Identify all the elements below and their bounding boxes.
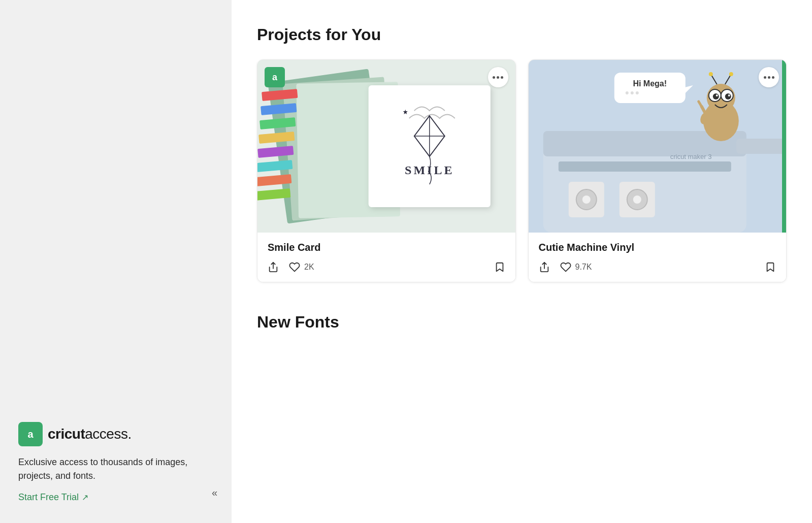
card-actions-smile: 2K [268, 262, 505, 273]
main-content: Projects for You [232, 0, 812, 523]
bookmark-button-smile[interactable] [494, 262, 505, 273]
three-dots-icon-cutie [764, 76, 774, 79]
sidebar: a cricut access . Exclusive access to th… [0, 0, 232, 523]
svg-point-42 [729, 72, 733, 76]
svg-text:SMILE: SMILE [405, 164, 454, 177]
projects-grid: SMILE a Smile Card [257, 59, 787, 282]
projects-section-title: Projects for You [257, 25, 787, 44]
share-button-cutie[interactable] [539, 262, 550, 273]
project-card: SMILE a Smile Card [257, 59, 516, 282]
card-image-smile: SMILE a [257, 60, 515, 233]
new-fonts-section-title: New Fonts [257, 313, 787, 332]
card-actions-cutie: 9.7K [539, 262, 776, 273]
heart-icon-cutie [560, 262, 571, 273]
smile-card-illustration: SMILE [257, 60, 515, 233]
svg-rect-46 [614, 73, 685, 103]
cricut-light-text: access [85, 427, 127, 441]
like-count-cutie: 9.7K [575, 263, 592, 272]
like-button-cutie[interactable]: 9.7K [560, 262, 592, 273]
bookmark-button-cutie[interactable] [765, 262, 776, 273]
cricut-dot: . [127, 427, 132, 441]
svg-text:cricut maker 3: cricut maker 3 [670, 153, 711, 160]
svg-point-49 [625, 91, 628, 94]
start-trial-label: Start Free Trial [18, 492, 79, 503]
share-icon-cutie [539, 262, 550, 273]
card-title-cutie: Cutie Machine Vinyl [539, 242, 776, 253]
bookmark-icon [494, 262, 505, 273]
svg-point-25 [582, 195, 590, 204]
card-footer-cutie: Cutie Machine Vinyl [529, 233, 787, 282]
cricut-access-logo: a cricut access . [18, 422, 213, 446]
cutie-machine-illustration: cricut maker 3 [529, 60, 787, 233]
collapse-button[interactable]: « [208, 483, 221, 503]
start-trial-link[interactable]: Start Free Trial ↗ [18, 492, 213, 503]
share-icon [268, 262, 279, 273]
card-image-cutie: cricut maker 3 [529, 60, 787, 233]
card-menu-button-cutie[interactable] [759, 67, 779, 87]
card-menu-button[interactable] [488, 67, 508, 87]
access-icon: a [18, 422, 43, 446]
like-count-smile: 2K [304, 263, 314, 272]
cricut-bold-text: cricut [48, 427, 85, 441]
svg-point-37 [716, 94, 718, 96]
arrow-icon: ↗ [82, 493, 88, 502]
card-badge: a [265, 67, 285, 87]
card-title-smile: Smile Card [268, 242, 505, 253]
sidebar-content: a cricut access . Exclusive access to th… [18, 422, 213, 503]
card-actions-left: 2K [268, 262, 314, 273]
svg-text:Hi Mega!: Hi Mega! [633, 79, 667, 88]
bookmark-icon-cutie [765, 262, 776, 273]
svg-rect-22 [558, 161, 731, 172]
svg-point-38 [728, 94, 730, 96]
like-button-smile[interactable]: 2K [289, 262, 314, 273]
cricut-logo-text: cricut access . [48, 427, 132, 441]
svg-rect-30 [736, 139, 786, 154]
heart-icon [289, 262, 300, 273]
access-description: Exclusive access to thousands of images,… [18, 455, 191, 483]
card-footer-smile: Smile Card [257, 233, 515, 282]
svg-point-40 [708, 72, 712, 76]
svg-point-35 [712, 93, 719, 100]
svg-point-28 [633, 195, 641, 204]
share-button-smile[interactable] [268, 262, 279, 273]
three-dots-icon [493, 76, 503, 79]
svg-point-51 [635, 91, 638, 94]
right-accent [782, 60, 786, 233]
project-card-cutie: cricut maker 3 [528, 59, 787, 282]
svg-point-36 [725, 93, 731, 100]
card-actions-left-cutie: 9.7K [539, 262, 592, 273]
svg-point-50 [630, 91, 633, 94]
